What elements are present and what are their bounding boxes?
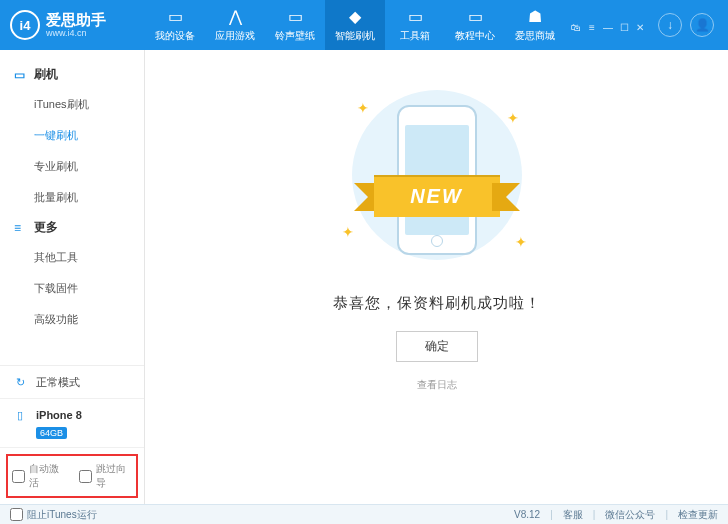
nav-tutorials[interactable]: ▭教程中心 [445,0,505,50]
new-ribbon: NEW [362,175,512,217]
window-controls: 🛍 ≡ — ☐ ✕ [568,18,648,33]
app-body: ▭刷机 iTunes刷机 一键刷机 专业刷机 批量刷机 ≡更多 其他工具 下载固… [0,50,728,504]
update-link[interactable]: 检查更新 [678,508,718,522]
nav-apps[interactable]: ⋀应用游戏 [205,0,265,50]
sidebar-section-flash: ▭刷机 [0,60,144,89]
more-icon: ≡ [14,221,28,235]
store-icon: ☗ [528,7,542,25]
nav-label: 智能刷机 [335,29,375,43]
app-header: i4 爱思助手 www.i4.cn ▭我的设备 ⋀应用游戏 ▭铃声壁纸 ◆智能刷… [0,0,728,50]
nav-label: 工具箱 [400,29,430,43]
result-message: 恭喜您，保资料刷机成功啦！ [333,294,541,313]
success-illustration: ✦✦✦✦ NEW [337,90,537,270]
header-right: 🛍 ≡ — ☐ ✕ ↓ 👤 [568,13,718,37]
menu-icon[interactable]: ≡ [584,22,600,33]
device-name: iPhone 8 [36,409,82,421]
brand-url: www.i4.cn [46,29,106,38]
support-link[interactable]: 客服 [563,508,583,522]
nav-label: 教程中心 [455,29,495,43]
status-bar: 阻止iTunes运行 V8.12 | 客服 | 微信公众号 | 检查更新 [0,504,728,524]
option-label: 跳过向导 [96,462,132,490]
device-icon: ▭ [168,7,183,25]
flash-icon: ◆ [349,7,361,25]
wechat-link[interactable]: 微信公众号 [605,508,655,522]
cart-icon[interactable]: 🛍 [568,22,584,33]
nav-label: 铃声壁纸 [275,29,315,43]
logo-icon: i4 [10,10,40,40]
view-log-link[interactable]: 查看日志 [417,378,457,392]
download-button[interactable]: ↓ [658,13,682,37]
section-title: 刷机 [34,66,58,83]
brand: i4 爱思助手 www.i4.cn [10,10,145,40]
block-itunes-label: 阻止iTunes运行 [27,508,97,522]
sidebar-section-more: ≡更多 [0,213,144,242]
option-auto-activate[interactable]: 自动激活 [12,462,65,490]
device-row[interactable]: ▯ iPhone 8 64GB [0,399,144,448]
sidebar-item-advanced[interactable]: 高级功能 [0,304,144,335]
skip-guide-checkbox[interactable] [79,470,92,483]
minimize-icon[interactable]: — [600,22,616,33]
auto-activate-checkbox[interactable] [12,470,25,483]
toolbox-icon: ▭ [408,7,423,25]
close-icon[interactable]: ✕ [632,22,648,33]
options-box: 自动激活 跳过向导 [6,454,138,498]
option-skip-guide[interactable]: 跳过向导 [79,462,132,490]
mode-label: 正常模式 [36,375,80,390]
option-label: 自动激活 [29,462,65,490]
nav-flash[interactable]: ◆智能刷机 [325,0,385,50]
tutorial-icon: ▭ [468,7,483,25]
apps-icon: ⋀ [229,7,242,25]
phone-icon: ▭ [14,68,28,82]
device-capacity: 64GB [36,427,67,439]
version-label: V8.12 [514,509,540,520]
nav-store[interactable]: ☗爱思商城 [505,0,565,50]
refresh-icon: ↻ [12,374,28,390]
nav-label: 应用游戏 [215,29,255,43]
sidebar-item-pro-flash[interactable]: 专业刷机 [0,151,144,182]
nav-label: 爱思商城 [515,29,555,43]
user-button[interactable]: 👤 [690,13,714,37]
nav-label: 我的设备 [155,29,195,43]
sidebar-item-itunes-flash[interactable]: iTunes刷机 [0,89,144,120]
nav-my-device[interactable]: ▭我的设备 [145,0,205,50]
mode-row[interactable]: ↻ 正常模式 [0,366,144,399]
sidebar-item-other-tools[interactable]: 其他工具 [0,242,144,273]
main-panel: ✦✦✦✦ NEW 恭喜您，保资料刷机成功啦！ 确定 查看日志 [145,50,728,504]
section-title: 更多 [34,219,58,236]
sidebar: ▭刷机 iTunes刷机 一键刷机 专业刷机 批量刷机 ≡更多 其他工具 下载固… [0,50,145,504]
maximize-icon[interactable]: ☐ [616,22,632,33]
confirm-button[interactable]: 确定 [396,331,478,362]
device-icon: ▯ [12,407,28,423]
brand-name: 爱思助手 [46,12,106,27]
ribbon-text: NEW [374,175,500,217]
block-itunes-checkbox[interactable] [10,508,23,521]
wallpaper-icon: ▭ [288,7,303,25]
sidebar-item-download-firmware[interactable]: 下载固件 [0,273,144,304]
nav-toolbox[interactable]: ▭工具箱 [385,0,445,50]
top-nav: ▭我的设备 ⋀应用游戏 ▭铃声壁纸 ◆智能刷机 ▭工具箱 ▭教程中心 ☗爱思商城 [145,0,568,50]
sidebar-item-batch-flash[interactable]: 批量刷机 [0,182,144,213]
sidebar-item-onekey-flash[interactable]: 一键刷机 [0,120,144,151]
nav-ringtones[interactable]: ▭铃声壁纸 [265,0,325,50]
